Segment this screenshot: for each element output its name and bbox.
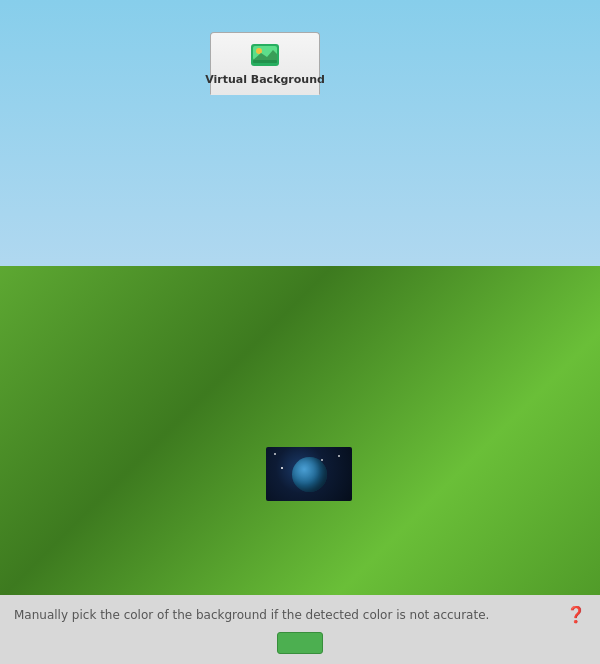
color-picker-button[interactable]: [277, 632, 323, 654]
help-icon[interactable]: ❓: [566, 605, 586, 624]
thumbnail-grass[interactable]: [164, 445, 254, 503]
tab-virtual-background-label: Virtual Background: [205, 73, 325, 86]
bottom-text: Manually pick the color of the backgroun…: [14, 608, 489, 622]
thumbnail-space[interactable]: [264, 445, 354, 503]
color-row: [0, 632, 600, 664]
thumbnails-row: None: [0, 437, 600, 515]
tab-virtual-background[interactable]: Virtual Background: [210, 32, 320, 95]
bottom-section: Manually pick the color of the backgroun…: [0, 595, 600, 664]
virtual-bg-icon: [249, 39, 281, 71]
bottom-inner: Manually pick the color of the backgroun…: [0, 595, 600, 632]
svg-rect-15: [253, 60, 277, 63]
